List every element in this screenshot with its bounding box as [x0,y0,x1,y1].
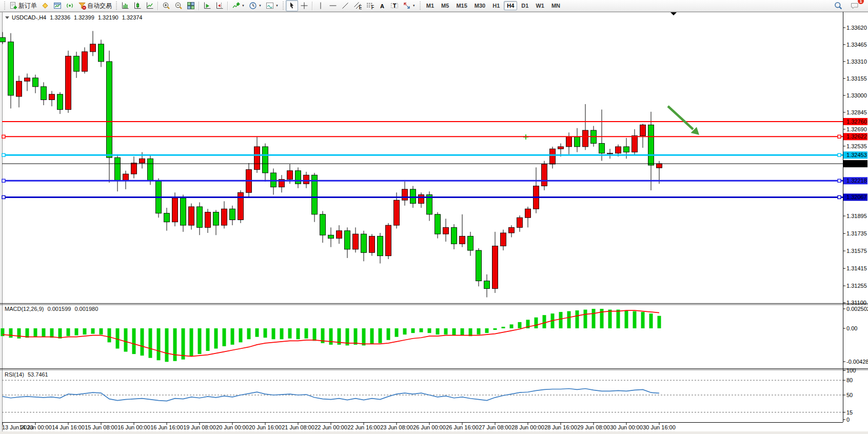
price-tick-label: 1.33620 [846,25,867,31]
svg-text:1.32453: 1.32453 [846,152,867,158]
line-handle[interactable] [838,153,841,156]
macd-bar [543,315,546,328]
macd-bar [50,328,54,338]
candle-body [66,56,71,109]
candle-body [320,214,326,235]
zoom-in-button[interactable] [160,0,172,11]
periods-button[interactable]: ▼ [247,0,264,11]
candle-body [378,236,383,255]
chevron-down-icon[interactable]: ▼ [275,4,279,7]
signals-button[interactable] [64,0,76,11]
candle-body [517,218,523,227]
equidistant-channel-button[interactable]: E [351,0,364,11]
chart-menu-caret-icon[interactable] [5,16,9,19]
timeframe-m15-button[interactable]: M15 [453,1,470,10]
timeframe-m5-button[interactable]: M5 [438,1,452,10]
horizontal-line-button[interactable] [327,0,339,11]
indicators-button[interactable]: ▼ [230,0,247,11]
macd-main-value: 0.001599 [47,306,71,312]
chevron-down-icon[interactable]: ▼ [412,4,416,7]
chevron-down-icon[interactable]: ▼ [242,4,245,7]
line-handle[interactable] [838,135,841,138]
arrows-button[interactable]: ▼ [401,0,418,11]
auto-scroll-button[interactable] [201,0,213,11]
tile-windows-icon [187,2,195,10]
macd-bar [75,328,78,336]
macd-bar [264,328,267,338]
fibonacci-button[interactable]: F [364,0,376,11]
macd-bar [436,328,440,334]
zoom-out-button[interactable] [172,0,185,11]
macd-bar [444,328,448,334]
candle-body [164,213,170,222]
candle-body [8,42,14,95]
line-handle[interactable] [2,179,5,182]
line-handle[interactable] [838,195,841,199]
rsi-tick-label: 0 [846,417,850,423]
macd-bar [502,327,505,328]
price-line-badge: 1.32218 [843,177,867,184]
macd-bar [485,328,489,333]
metaeditor-button[interactable] [39,0,51,11]
text-button[interactable]: A [376,0,388,11]
toolbar: 新订单自动交易▼▼▼EFAT▼M1M5M15M30H1H4D1W1MN1 [0,0,868,12]
new-order-button[interactable]: 新订单 [7,0,39,11]
timeframe-m30-button[interactable]: M30 [471,1,488,10]
chart-window-button[interactable] [51,0,64,11]
crosshair-button[interactable] [298,0,310,11]
trendline-button[interactable] [339,0,351,11]
price-tick-label: 1.33465 [846,42,867,48]
search-button[interactable] [832,0,844,11]
vertical-line-button[interactable] [314,0,327,11]
chevron-down-icon[interactable]: ▼ [259,4,262,7]
candle-body [492,246,498,289]
bar-open: 1.32336 [50,14,70,21]
line-handle[interactable] [2,135,5,138]
line-handle[interactable] [838,179,841,182]
timeframe-h1-button[interactable]: H1 [489,1,503,10]
candle-body [57,94,63,110]
timeframe-h4-button[interactable]: H4 [504,1,517,10]
macd-signal-value: 0.001980 [74,306,98,312]
date-tick-label: 23 Jun 08:00 [380,424,413,430]
candle-body [648,125,654,165]
templates-button[interactable]: ▼ [264,0,281,11]
macd-bar [124,328,128,352]
macd-name: MACD(12,26,9) [5,306,44,312]
line-handle[interactable] [2,195,5,199]
macd-bar [559,312,563,328]
candle-body [640,125,646,135]
text-icon: A [378,2,386,10]
toolbar-grip [116,2,117,10]
macd-bar [313,328,317,341]
chart-symbol-period: USDCAD-,H4 [12,14,46,21]
candle-body [484,281,490,289]
zoom-out-icon [174,2,183,10]
line-handle[interactable] [2,153,5,156]
macd-bar [362,328,366,345]
candle-body [131,163,137,174]
macd-bar [280,328,284,339]
rsi-name: RSI(14) [5,371,24,378]
tile-windows-button[interactable] [185,0,197,11]
timeframe-d1-button[interactable]: D1 [518,1,531,10]
bar-chart-mode-button[interactable] [119,0,131,11]
price-tick-label: 1.33310 [846,58,867,65]
candle-chart-mode-button[interactable] [131,0,144,11]
date-tick-label: 16 Jun 00:00 [117,424,150,430]
chart-canvas[interactable]: 1.336201.334651.333101.331551.330001.328… [0,12,868,434]
cursor-button[interactable] [286,0,298,11]
line-chart-mode-button[interactable] [144,0,156,11]
text-label-button[interactable]: T [388,0,401,11]
price-tick-label: 1.31895 [846,213,867,219]
timeframe-m1-button[interactable]: M1 [423,1,437,10]
chart-shift-button[interactable] [213,0,226,11]
macd-label: MACD(12,26,9) 0.001599 0.001980 [5,306,100,312]
price-line-badge: 1.32067 [843,193,867,201]
autotrading-button[interactable]: 自动交易 [76,0,114,11]
svg-text:A: A [380,3,384,9]
timeframe-mn-button[interactable]: MN [548,1,563,10]
chat-icon [851,2,859,10]
timeframe-w1-button[interactable]: W1 [532,1,547,10]
notifications-button[interactable]: 1 [849,0,861,11]
